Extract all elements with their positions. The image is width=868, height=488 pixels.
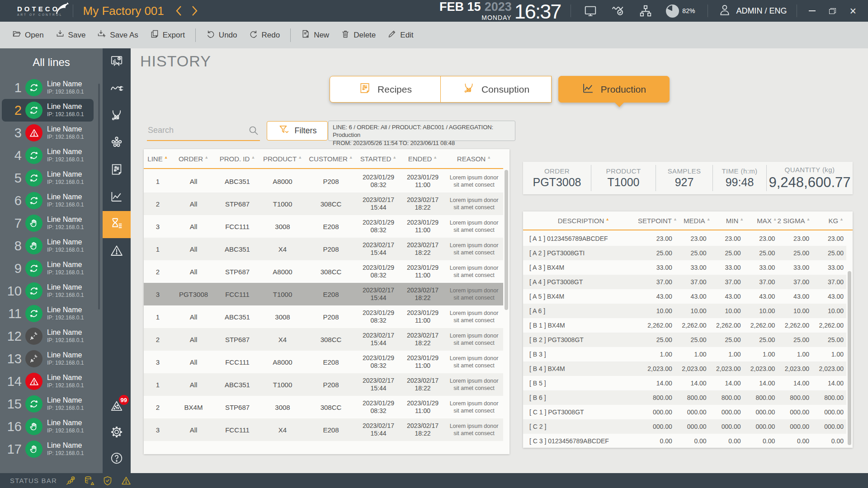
undo-button[interactable]: Undo [200, 22, 243, 48]
column-header[interactable]: LINE▲ [144, 155, 172, 163]
nav-recipes[interactable] [103, 157, 131, 184]
stats-table-scrollbar[interactable] [848, 271, 851, 445]
nav-help[interactable] [103, 446, 131, 472]
stats-row[interactable]: [ A 6 ] 10.0010.0010.0010.0010.0010.00 [523, 304, 846, 318]
column-header[interactable]: PRODUCT▲ [259, 155, 306, 163]
sidebar-line-item[interactable]: 13 Line Name IP: 192.168.0.1 [2, 347, 94, 370]
close-button[interactable]: × [849, 6, 856, 15]
stats-row[interactable]: [ C 3 ] 0123456789ABCDEF 0.000.000.000.0… [523, 434, 846, 448]
sidebar-line-item[interactable]: 14 Line Name IP: 192.168.0.1 [2, 370, 94, 393]
stats-row[interactable]: [ C 1 ] PGT3008GT 000.00000.00000.00000.… [523, 405, 846, 419]
column-header[interactable]: SETPOINT▲ [638, 217, 677, 225]
sidebar-line-item[interactable]: 8 Line Name IP: 192.168.0.1 [2, 235, 94, 257]
table-row[interactable]: 3 PGT3008 FCC111 T1000 E208 2023/02/1715… [144, 283, 503, 305]
warning-icon[interactable] [121, 475, 132, 486]
sidebar-line-item[interactable]: 6 Line Name IP: 192.168.0.1 [2, 189, 94, 212]
nav-history[interactable] [103, 211, 131, 238]
redo-button[interactable]: Redo [243, 22, 286, 48]
table-row[interactable]: 2 All STP687 T1000 308CC 2023/02/1715:44… [144, 192, 503, 215]
tab-recipes[interactable]: Recipes [330, 76, 441, 103]
connector-check-icon[interactable] [65, 475, 76, 486]
save-as-button[interactable]: Save As [91, 22, 144, 48]
export-button[interactable]: Export [144, 22, 191, 48]
sidebar-line-item[interactable]: 12 Line Name IP: 192.168.0.1 [2, 325, 94, 347]
column-header[interactable]: DESCRIPTION▲ [529, 217, 638, 225]
stats-row[interactable]: [ A 4 ] PGT3008GT 37.0037.0037.0037.0037… [523, 275, 846, 289]
sidebar-line-item[interactable]: 11 Line Name IP: 192.168.0.1 [2, 302, 94, 325]
stats-row[interactable]: [ A 3 ] BX4M 33.0033.0033.0033.0033.0033… [523, 260, 846, 275]
column-header[interactable]: MEDIA▲ [677, 217, 711, 225]
sidebar-line-item[interactable]: 16 Line Name IP: 192.168.0.1 [2, 415, 94, 438]
shield-check-icon[interactable] [102, 475, 113, 486]
sidebar-line-item[interactable]: 2 Line Name IP: 192.168.0.1 [2, 99, 94, 122]
display-icon[interactable] [584, 4, 597, 18]
filters-button[interactable]: Filters [267, 121, 328, 141]
column-header[interactable]: KG▲ [810, 217, 844, 225]
nav-pellets[interactable] [103, 130, 131, 157]
table-row[interactable]: 1 All ABC351 3008 P208 2023/01/2908:32 2… [144, 305, 503, 328]
table-row[interactable]: 2 BX4M STP687 3008 308CC 2023/01/2908:32… [144, 396, 503, 418]
stats-row[interactable]: [ A 2 ] PGT3008GTI 25.0025.0025.0025.002… [523, 246, 846, 260]
sidebar-line-item[interactable]: 9 Line Name IP: 192.168.0.1 [2, 257, 94, 280]
nav-consumption[interactable] [103, 103, 131, 130]
nav-trends[interactable] [103, 184, 131, 211]
column-header[interactable]: REASON▲ [445, 155, 503, 163]
stats-row[interactable]: [ B 3 ] 1.001.001.001.001.001.00 [523, 347, 846, 361]
search-icon[interactable] [248, 125, 259, 138]
column-header[interactable]: MAX▲ [744, 217, 777, 225]
tab-production[interactable]: Production [558, 76, 670, 103]
edit-button[interactable]: Edit [382, 22, 419, 48]
table-row[interactable]: 1 All ABC351 X4 P208 2023/02/1715:44 202… [144, 238, 503, 260]
network-icon[interactable] [639, 4, 652, 18]
sidebar-line-item[interactable]: 7 Line Name IP: 192.168.0.1 [2, 212, 94, 235]
open-button[interactable]: Open [6, 22, 50, 48]
minimize-button[interactable] [809, 10, 816, 11]
pie-usage-icon[interactable]: 82% [666, 5, 695, 18]
stats-row[interactable]: [ B 1 ] BX4M 2,262.002,262.002,262.002,2… [523, 318, 846, 333]
database-warning-icon[interactable] [84, 475, 94, 486]
history-table-scrollbar[interactable] [505, 170, 508, 310]
column-header[interactable]: STARTED▲ [356, 155, 401, 163]
sidebar-line-item[interactable]: 17 Line Name IP: 192.168.0.1 [2, 438, 94, 460]
delete-button[interactable]: Delete [335, 22, 382, 48]
stats-row[interactable]: [ B 2 ] PGT3008GT 25.0025.0025.0025.0025… [523, 333, 846, 347]
nav-dashboard[interactable] [103, 48, 131, 75]
stats-row[interactable]: [ B 4 ] BX4M 2,023.002,023.002,023.002,0… [523, 361, 846, 376]
sidebar-scrollbar[interactable] [98, 84, 100, 310]
screw-check-icon[interactable] [611, 4, 625, 18]
table-row[interactable]: 3 All FCC111 3008 E208 2023/01/2908:32 2… [144, 215, 503, 238]
prev-factory-button[interactable] [176, 6, 182, 16]
nav-settings[interactable] [103, 420, 131, 446]
restore-button[interactable] [829, 8, 836, 14]
sidebar-line-item[interactable]: 1 Line Name IP: 192.168.0.1 [2, 76, 94, 99]
save-button[interactable]: Save [50, 22, 92, 48]
table-row[interactable]: 1 All ABC351 T1000 P208 2023/02/1715:44 … [144, 373, 503, 396]
stats-row[interactable]: [ B 5 ] 14.0014.0014.0014.0014.0014.00 [523, 376, 846, 390]
sidebar-line-item[interactable]: 5 Line Name IP: 192.168.0.1 [2, 167, 94, 189]
column-header[interactable]: ENDED▲ [401, 155, 445, 163]
table-row[interactable]: 1 All ABC351 A8000 P208 2023/01/2908:32 … [144, 170, 503, 192]
nav-alarm-log[interactable]: 99 [103, 394, 131, 420]
sidebar-line-item[interactable]: 4 Line Name IP: 192.168.0.1 [2, 144, 94, 167]
stats-row[interactable]: [ A 1 ] 0123456789ABCDEF 23.0023.0023.00… [523, 231, 846, 246]
column-header[interactable]: ORDER▲ [172, 155, 215, 163]
table-row[interactable]: 3 All FCC111 X4 E208 2023/02/1715:44 202… [144, 418, 503, 441]
sidebar-line-item[interactable]: 10 Line Name IP: 192.168.0.1 [2, 280, 94, 302]
table-row[interactable]: 3 All FCC111 A8000 E208 2023/01/2908:32 … [144, 351, 503, 373]
column-header[interactable]: 2 SIGMA▲ [777, 217, 811, 225]
user-menu[interactable]: ADMIN / ENG [718, 3, 787, 19]
next-factory-button[interactable] [192, 6, 198, 16]
tab-consumption[interactable]: Consuption [440, 76, 552, 103]
sidebar-line-item[interactable]: 15 Line Name IP: 192.168.0.1 [2, 393, 94, 415]
nav-extrusion[interactable] [103, 75, 131, 103]
table-row[interactable]: 2 All STP687 X4 308CC 2023/02/1715:44 20… [144, 328, 503, 351]
nav-alarms[interactable] [103, 238, 131, 265]
stats-row[interactable]: [ B 6 ] 800.00800.00800.00800.00800.0080… [523, 390, 846, 405]
column-header[interactable]: PROD. ID▲ [215, 155, 259, 163]
stats-row[interactable]: [ A 5 ] BX4M 43.0043.0043.0043.0043.0043… [523, 289, 846, 304]
search-input[interactable] [147, 121, 240, 139]
column-header[interactable]: MIN▲ [711, 217, 744, 225]
table-row[interactable]: 2 All STP687 A8000 308CC 2023/01/2908:32… [144, 260, 503, 283]
sidebar-line-item[interactable]: 3 Line Name IP: 192.168.0.1 [2, 122, 94, 144]
new-button[interactable]: New [295, 22, 335, 48]
